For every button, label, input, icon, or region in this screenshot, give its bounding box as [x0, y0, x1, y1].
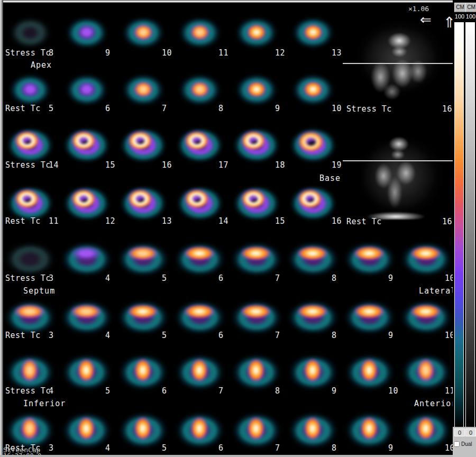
spect-slice-image: [286, 241, 340, 278]
slice-core: [190, 416, 208, 441]
slice-number: 6: [105, 104, 111, 113]
slice-number: 16: [332, 217, 342, 225]
section-label-septum: Septum: [23, 287, 55, 295]
slice-core: [304, 358, 321, 382]
spect-slice-image: [231, 126, 282, 166]
slice-number: 8: [332, 331, 337, 340]
slice-number: 6: [218, 331, 224, 340]
slice-core: [14, 304, 45, 319]
spect-slice-image: [64, 72, 109, 107]
planar-stress-number: 16: [442, 105, 452, 113]
spect-slice-image: [288, 126, 338, 166]
row-label: Stress Tc: [5, 49, 51, 57]
slice-core: [181, 129, 214, 155]
slice-core: [417, 358, 434, 382]
planar-rest-image[interactable]: [350, 123, 452, 220]
slice-indicator-line-stress[interactable]: [343, 63, 453, 64]
slice-core: [125, 129, 157, 155]
slice-core: [304, 416, 321, 441]
slice-core: [238, 129, 270, 155]
slice-number: 7: [275, 274, 280, 282]
slice-number: 4: [105, 331, 111, 340]
slice-number: 10: [388, 387, 398, 395]
slice-core: [295, 187, 327, 213]
section-label-lateral: Lateral: [419, 287, 456, 295]
slice-core: [184, 304, 215, 319]
planar-stress-image[interactable]: [348, 12, 453, 103]
slice-core: [134, 416, 151, 441]
row-label: Stress Tc: [5, 274, 51, 282]
slice-number: 12: [105, 217, 115, 225]
slice-core: [70, 304, 102, 319]
slice-number: 9: [388, 331, 393, 340]
colorbar-cool[interactable]: [454, 22, 464, 428]
spect-slice-image: [64, 15, 109, 50]
slice-number: 11: [49, 217, 59, 225]
spect-slice-image: [175, 184, 225, 224]
spect-slice-image: [177, 72, 223, 107]
spect-slice-image: [290, 15, 336, 50]
slice-core: [303, 81, 323, 98]
colorbar-min-value: 0: [454, 428, 465, 436]
dual-checkbox[interactable]: [454, 441, 460, 447]
slice-core: [77, 81, 97, 98]
slice-core: [353, 246, 385, 261]
spect-slice-image: [7, 72, 53, 107]
slice-number: 8: [332, 444, 337, 452]
slice-number: 19: [332, 161, 342, 169]
slice-core: [70, 246, 102, 261]
colorbar-panel: CM CM 100 100 0 0 Dual: [453, 0, 476, 457]
spect-slice-image: [234, 15, 279, 50]
slice-number: 11: [218, 49, 228, 57]
row-label: Rest Tc: [5, 444, 41, 452]
colorbar-cool-gradient: [455, 23, 463, 427]
spect-slice-image: [234, 72, 279, 107]
spect-slice-image: [118, 184, 169, 224]
colorbar-gray[interactable]: [465, 22, 475, 428]
slice-number: 9: [105, 49, 111, 57]
colorbar-max-value: 100: [454, 12, 465, 21]
slice-core: [246, 81, 267, 98]
slice-core: [246, 24, 267, 41]
slice-number: 17: [218, 161, 228, 169]
spect-slice-image: [173, 241, 227, 278]
slice-core: [360, 416, 378, 441]
spect-slice-image: [60, 241, 114, 278]
slice-number: 9: [388, 274, 393, 282]
pan-left-arrow-icon[interactable]: ⇐: [420, 12, 432, 28]
row-label: Rest Tc: [5, 331, 41, 340]
row-label: Stress Tc: [5, 387, 51, 395]
slice-number: 5: [105, 387, 111, 395]
colorbar-gray-gradient: [466, 23, 474, 427]
spect-slice-image: [118, 126, 169, 166]
spect-slice-image: [177, 15, 223, 50]
colorbar-unit-label: CM: [465, 3, 476, 12]
slice-core: [21, 358, 38, 382]
slice-number: 8: [218, 104, 224, 113]
spect-slice-image: [230, 241, 283, 278]
slice-number: 7: [218, 387, 224, 395]
slice-core: [20, 81, 40, 98]
spect-slice-image: [343, 241, 397, 278]
slice-number: 12: [275, 49, 285, 57]
slice-number: 4: [105, 274, 111, 282]
spect-slice-image: [288, 184, 338, 224]
slice-core: [417, 416, 434, 441]
slice-core: [247, 416, 264, 441]
slice-core: [184, 246, 215, 261]
slice-core: [297, 246, 328, 261]
row-label: Rest Tc: [5, 104, 41, 113]
slice-indicator-line-rest[interactable]: [343, 160, 453, 161]
slice-number: 5: [162, 444, 167, 452]
section-label-anterior: Anterior: [414, 399, 456, 408]
slice-number: 6: [162, 387, 167, 395]
row-label: Stress Tc: [5, 161, 51, 169]
slice-core: [127, 246, 158, 261]
slice-core: [127, 304, 158, 319]
slice-core: [240, 246, 271, 261]
slice-number: 15: [105, 161, 115, 169]
planar-rest-number: 16: [442, 217, 452, 226]
spect-slice-image: [121, 72, 166, 107]
section-label-apex: Apex: [31, 61, 52, 69]
spect-slice-image: [61, 126, 112, 166]
